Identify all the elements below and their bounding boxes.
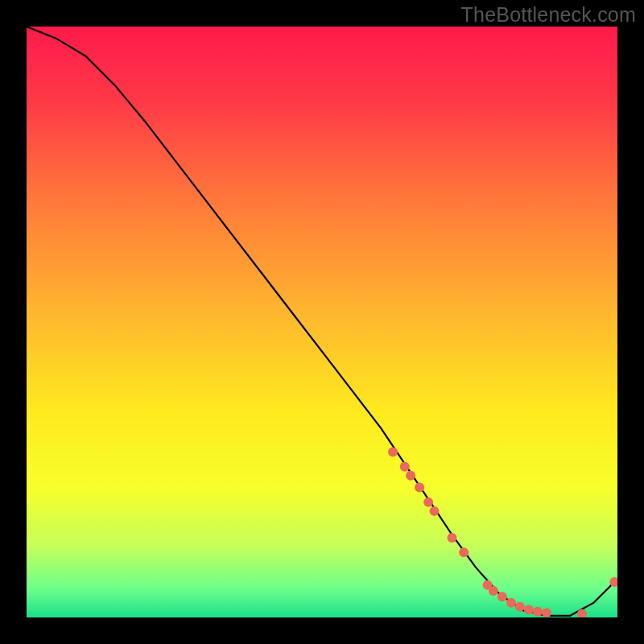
scatter-point	[429, 506, 439, 516]
watermark-text: TheBottleneck.com	[461, 3, 636, 27]
chart-svg	[27, 27, 617, 617]
scatter-point	[423, 497, 433, 507]
scatter-point	[388, 447, 398, 456]
scatter-point	[524, 605, 534, 614]
scatter-point	[515, 602, 525, 612]
scatter-point	[415, 483, 424, 493]
scatter-point	[406, 471, 415, 481]
scatter-point	[533, 607, 543, 617]
scatter-point	[459, 547, 469, 557]
gradient-background	[27, 27, 617, 617]
scatter-point	[447, 533, 456, 543]
scatter-point	[542, 608, 551, 617]
chart-frame: TheBottleneck.com	[0, 0, 644, 644]
bottleneck-chart	[27, 27, 617, 617]
scatter-point	[400, 462, 410, 472]
scatter-point	[497, 592, 507, 601]
scatter-point	[506, 598, 516, 608]
scatter-point	[489, 586, 498, 596]
